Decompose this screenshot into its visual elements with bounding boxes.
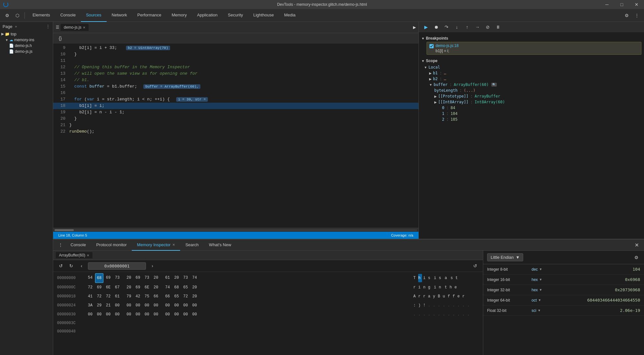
close-bottom-panel-button[interactable]: ✕ [632, 242, 641, 248]
scope-int8array[interactable]: ▶ [[Int8Array]]:Int8Array(60) [432, 99, 641, 105]
scrollbar-track[interactable] [54, 229, 417, 231]
buffer-tab-close[interactable]: ✕ [87, 254, 89, 257]
minimize-button[interactable]: ─ [600, 0, 614, 9]
sidebar-memory-ins[interactable]: ▼ ☁ memory-ins [0, 37, 53, 43]
di-settings-button[interactable]: ⚙ [632, 254, 640, 261]
file-icon-1: 📄 [9, 43, 14, 48]
pause-on-exception-button[interactable]: ⏺ [432, 23, 441, 32]
di-format-int16[interactable]: hex ▼ [532, 277, 551, 282]
scope-b1[interactable]: ▶ b1:… [427, 70, 641, 76]
scope-buffer[interactable]: ▼ buffer:ArrayBuffer(60) 🔍 [427, 82, 641, 88]
tab-console[interactable]: Console [55, 9, 81, 22]
hex-byte[interactable]: 54 [86, 273, 94, 283]
bottom-panel-toggle[interactable]: ⋮ [56, 242, 65, 248]
hex-byte[interactable]: 20 [152, 273, 160, 283]
code-scrollbar[interactable] [53, 228, 418, 232]
tab-network[interactable]: Network [107, 9, 132, 22]
di-format-float32[interactable]: sci ▼ [532, 308, 551, 313]
tab-application[interactable]: Application [192, 9, 223, 22]
di-label-float32: Float 32-bit [487, 308, 529, 313]
hex-byte[interactable]: 73 [181, 273, 190, 283]
page-label[interactable]: Page [3, 24, 12, 29]
sidebar-file2[interactable]: 📄 demo-js.js [0, 49, 53, 54]
format-icon[interactable]: {} [56, 34, 65, 43]
mi-next-btn[interactable]: › [149, 262, 156, 270]
code-area[interactable]: 9 b2[i] = i + 33; b2 = Uint8Array(70) 10… [53, 43, 418, 228]
tab-memory[interactable]: Memory [167, 9, 192, 22]
hex-byte[interactable]: 73 [143, 273, 151, 283]
bottom-tab-protocol[interactable]: Protocol monitor [91, 239, 132, 251]
memory-inspect-icon[interactable]: 🔍 [491, 83, 497, 87]
sidebar-more-icon[interactable]: » [15, 24, 17, 28]
mi-undo-btn[interactable]: ↺ [57, 262, 65, 270]
breakpoint-checkbox[interactable] [429, 44, 434, 48]
di-value-int16: 0x6968 [553, 277, 640, 282]
breakpoints-header[interactable]: ▼ Breakpoints [421, 35, 641, 42]
di-format-int32[interactable]: hex ▼ [532, 288, 551, 292]
sidebar-memory-label: memory-ins [14, 38, 34, 42]
tab-lighthouse[interactable]: Lighthouse [248, 9, 279, 22]
scope-b2[interactable]: ▶ b2:… [427, 76, 641, 82]
devtools-icon[interactable]: ⚙ [3, 11, 12, 20]
tab-security[interactable]: Security [223, 9, 248, 22]
inspect-icon[interactable]: ⬡ [13, 11, 22, 20]
step-button[interactable]: → [473, 23, 482, 32]
maximize-button[interactable]: □ [614, 0, 629, 9]
more-icon[interactable]: ⋮ [632, 11, 641, 20]
mi-address-input[interactable] [88, 262, 146, 270]
sidebar-top-item[interactable]: top [11, 32, 16, 36]
bottom-tab-search[interactable]: Search [180, 239, 204, 251]
di-format-int64[interactable]: oct ▼ [532, 298, 551, 303]
sidebar-toggle-icon[interactable]: ☰ [56, 25, 59, 30]
settings-icon[interactable]: ⚙ [622, 11, 631, 20]
scrollbar-thumb[interactable] [54, 229, 74, 231]
bottom-tab-console[interactable]: Console [65, 239, 91, 251]
buffer-tab-arraybuffer[interactable]: ArrayBuffer(60) ✕ [56, 252, 92, 258]
hex-byte[interactable]: 20 [125, 273, 133, 283]
bottom-tab-whatsnew[interactable]: What's New [204, 239, 236, 251]
b1-expand-icon: ▶ [429, 71, 432, 75]
hex-byte[interactable]: 61 [163, 273, 172, 283]
mi-refresh-btn[interactable]: ↺ [471, 262, 479, 270]
scope-prototype[interactable]: ▶ [[Prototype]]:ArrayBuffer [432, 93, 641, 99]
sidebar-menu-icon[interactable]: ⋮ [46, 24, 50, 29]
resume-button[interactable]: ▶ [421, 23, 430, 32]
bottom-tab-memory-inspector[interactable]: Memory Inspector ✕ [132, 239, 180, 251]
editor-tab-file[interactable]: demo-js.js ✕ [61, 24, 89, 31]
mi-prev-btn[interactable]: ‹ [78, 262, 85, 270]
tab-performance[interactable]: Performance [132, 9, 166, 22]
hex-byte[interactable]: 74 [190, 273, 199, 283]
data-inspector: Little Endian ▼ ⚙ Integer 8-bit dec ▼ [483, 251, 644, 355]
editor-more-icon[interactable]: ▶ [413, 25, 416, 30]
endian-select[interactable]: Little Endian ▼ [487, 253, 523, 261]
step-out-button[interactable]: ↑ [463, 23, 472, 32]
scope-bytelength[interactable]: byteLength:(...) [432, 88, 641, 93]
mi-redo-btn[interactable]: ↻ [67, 262, 75, 270]
scope-local-header[interactable]: ▼ Local [421, 64, 641, 70]
di-row-int16: Integer 16-bit hex ▼ 0x6968 [483, 275, 644, 285]
sidebar-file1[interactable]: 📄 demo-js.h [0, 43, 53, 49]
sidebar-expand-btn[interactable]: ▶ 📁 top [0, 31, 53, 37]
hex-byte[interactable]: 69 [104, 273, 112, 283]
status-coverage: Coverage: n/a [391, 233, 413, 237]
close-button[interactable]: ✕ [629, 0, 644, 9]
hex-byte[interactable]: 20 [172, 273, 181, 283]
di-format-int8[interactable]: dec ▼ [532, 267, 551, 272]
step-over-button[interactable]: ↷ [442, 23, 451, 32]
hex-byte[interactable]: 73 [113, 273, 121, 283]
code-line-20: 20 } [53, 116, 418, 122]
hex-byte[interactable]: 69 [134, 273, 142, 283]
di-row-float32: Float 32-bit sci ▼ 2.06e-19 [483, 305, 644, 316]
mi-tab-close[interactable]: ✕ [172, 243, 175, 247]
memory-inspector: ArrayBuffer(60) ✕ ↺ ↻ ‹ › ↺ [53, 251, 644, 355]
scope-header[interactable]: ▼ Scope [421, 57, 641, 64]
di-row-int8: Integer 8-bit dec ▼ 104 [483, 264, 644, 275]
editor-tab-close[interactable]: ✕ [83, 26, 85, 29]
tab-sources[interactable]: Sources [81, 9, 107, 22]
deactivate-breakpoints-button[interactable]: ⊘ [483, 23, 492, 32]
tab-elements[interactable]: Elements [27, 9, 55, 22]
hex-byte-selected[interactable]: 68 [95, 273, 103, 283]
tab-media[interactable]: Media [279, 9, 301, 22]
pause-button[interactable]: ⏸ [494, 23, 503, 32]
step-into-button[interactable]: ↓ [452, 23, 461, 32]
